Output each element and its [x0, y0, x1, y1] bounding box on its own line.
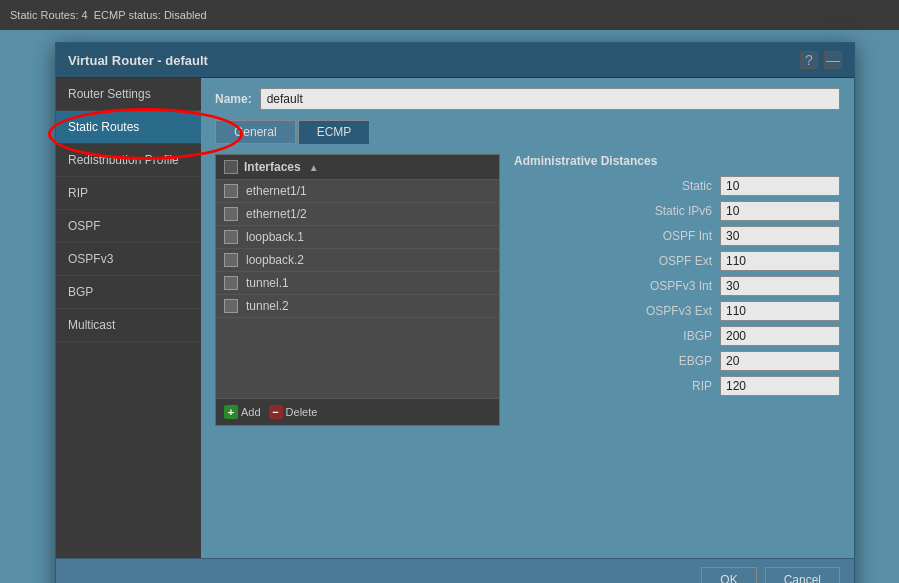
dialog-titlebar: Virtual Router - default ? — [56, 43, 854, 78]
sidebar-item-bgp[interactable]: BGP [56, 276, 201, 309]
ad-label-ebgp: EBGP [622, 354, 712, 368]
iface-checkbox-4[interactable] [224, 276, 238, 290]
interfaces-header-checkbox[interactable] [224, 160, 238, 174]
ad-label-ospf-int: OSPF Int [622, 229, 712, 243]
sidebar-item-router-settings[interactable]: Router Settings [56, 78, 201, 111]
help-icon[interactable]: ? [800, 51, 818, 69]
iface-name-3: loopback.2 [246, 253, 304, 267]
tab-content: Interfaces ▲ ethernet1/1 ethernet1/2 loo… [215, 154, 840, 426]
sidebar-item-rip[interactable]: RIP [56, 177, 201, 210]
iface-name-2: loopback.1 [246, 230, 304, 244]
ad-label-ospf-ext: OSPF Ext [622, 254, 712, 268]
ad-input-ospfv3-int[interactable] [720, 276, 840, 296]
background-status-bar: Static Routes: 4 ECMP status: Disabled [0, 0, 899, 30]
ad-row-ebgp: EBGP [514, 351, 840, 371]
interface-row[interactable]: tunnel.1 [216, 272, 499, 295]
dialog-body: Router Settings Static Routes Redistribu… [56, 78, 854, 558]
interface-row[interactable]: loopback.2 [216, 249, 499, 272]
ad-row-ibgp: IBGP [514, 326, 840, 346]
ad-input-ebgp[interactable] [720, 351, 840, 371]
ad-row-ospf-int: OSPF Int [514, 226, 840, 246]
sort-icon[interactable]: ▲ [309, 162, 319, 173]
status-text-1: Static Routes: 4 [10, 9, 88, 21]
ad-label-static-ipv6: Static IPv6 [622, 204, 712, 218]
ad-label-static: Static [622, 179, 712, 193]
sidebar-item-static-routes[interactable]: Static Routes [56, 111, 201, 144]
delete-icon: − [269, 405, 283, 419]
ad-input-ospfv3-ext[interactable] [720, 301, 840, 321]
sidebar-item-redistribution-profile[interactable]: Redistribution Profile [56, 144, 201, 177]
ad-row-static: Static [514, 176, 840, 196]
delete-label: Delete [286, 406, 318, 418]
iface-name-4: tunnel.1 [246, 276, 289, 290]
iface-checkbox-5[interactable] [224, 299, 238, 313]
ad-input-rip[interactable] [720, 376, 840, 396]
admin-distances-title: Administrative Distances [514, 154, 840, 168]
main-content: Name: General ECMP Interfaces ▲ [201, 78, 854, 558]
sidebar-item-ospf[interactable]: OSPF [56, 210, 201, 243]
interfaces-header-label: Interfaces [244, 160, 301, 174]
name-row: Name: [215, 88, 840, 110]
interface-row[interactable]: tunnel.2 [216, 295, 499, 318]
ad-row-static-ipv6: Static IPv6 [514, 201, 840, 221]
interfaces-empty-space [216, 318, 499, 398]
sidebar-item-multicast[interactable]: Multicast [56, 309, 201, 342]
sidebar: Router Settings Static Routes Redistribu… [56, 78, 201, 558]
ad-label-rip: RIP [622, 379, 712, 393]
ad-row-ospfv3-int: OSPFv3 Int [514, 276, 840, 296]
tab-general[interactable]: General [215, 120, 296, 144]
iface-checkbox-0[interactable] [224, 184, 238, 198]
ad-label-ospfv3-int: OSPFv3 Int [622, 279, 712, 293]
ad-row-ospfv3-ext: OSPFv3 Ext [514, 301, 840, 321]
ad-input-ibgp[interactable] [720, 326, 840, 346]
dialog-title: Virtual Router - default [68, 53, 208, 68]
ad-row-rip: RIP [514, 376, 840, 396]
name-label: Name: [215, 92, 252, 106]
ad-input-static[interactable] [720, 176, 840, 196]
iface-name-5: tunnel.2 [246, 299, 289, 313]
interfaces-header: Interfaces ▲ [216, 155, 499, 180]
sidebar-item-ospfv3[interactable]: OSPFv3 [56, 243, 201, 276]
admin-distances-panel: Administrative Distances Static Static I… [514, 154, 840, 426]
iface-checkbox-3[interactable] [224, 253, 238, 267]
interface-row[interactable]: loopback.1 [216, 226, 499, 249]
iface-checkbox-1[interactable] [224, 207, 238, 221]
add-icon: + [224, 405, 238, 419]
virtual-router-dialog: Virtual Router - default ? — Router Sett… [55, 42, 855, 583]
ad-input-ospf-ext[interactable] [720, 251, 840, 271]
ok-button[interactable]: OK [701, 567, 756, 583]
ad-label-ibgp: IBGP [622, 329, 712, 343]
name-input[interactable] [260, 88, 840, 110]
ad-label-ospfv3-ext: OSPFv3 Ext [622, 304, 712, 318]
iface-checkbox-2[interactable] [224, 230, 238, 244]
interfaces-footer: + Add − Delete [216, 398, 499, 425]
interface-row[interactable]: ethernet1/2 [216, 203, 499, 226]
dialog-footer: OK Cancel [56, 558, 854, 583]
delete-button[interactable]: − Delete [269, 405, 318, 419]
interfaces-panel: Interfaces ▲ ethernet1/1 ethernet1/2 loo… [215, 154, 500, 426]
add-button[interactable]: + Add [224, 405, 261, 419]
cancel-button[interactable]: Cancel [765, 567, 840, 583]
titlebar-icons: ? — [800, 51, 842, 69]
tabs-row: General ECMP [215, 120, 840, 144]
tab-ecmp[interactable]: ECMP [298, 120, 371, 144]
interface-row[interactable]: ethernet1/1 [216, 180, 499, 203]
status-text-2: ECMP status: Disabled [94, 9, 207, 21]
ad-input-ospf-int[interactable] [720, 226, 840, 246]
ad-row-ospf-ext: OSPF Ext [514, 251, 840, 271]
iface-name-1: ethernet1/2 [246, 207, 307, 221]
ad-input-static-ipv6[interactable] [720, 201, 840, 221]
add-label: Add [241, 406, 261, 418]
iface-name-0: ethernet1/1 [246, 184, 307, 198]
minimize-icon[interactable]: — [824, 51, 842, 69]
